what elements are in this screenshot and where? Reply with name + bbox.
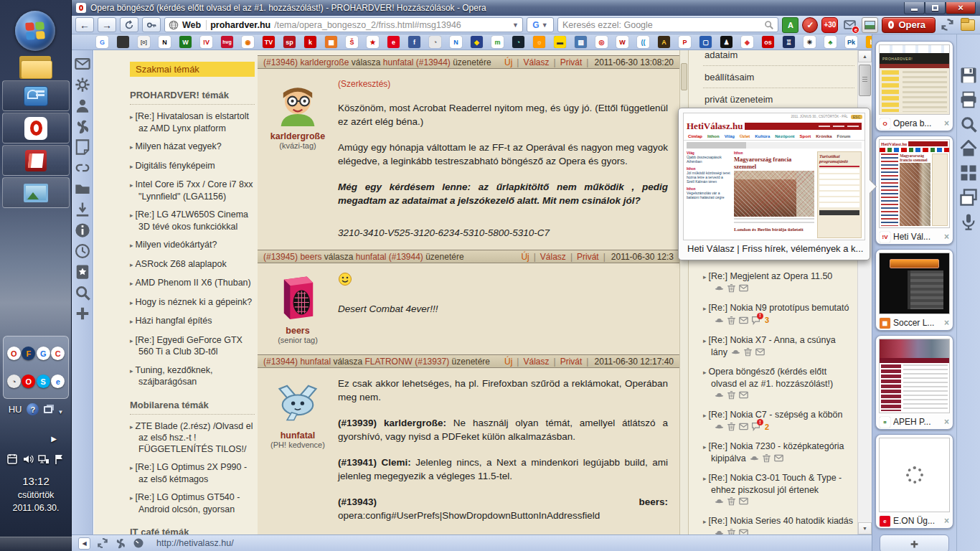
bookmark-favicon[interactable]: ▦	[325, 36, 337, 48]
network-tray-icon[interactable]	[38, 453, 50, 465]
bookmark-favicon[interactable]: ♟	[720, 36, 732, 48]
page-scrollbar-thumb[interactable]	[859, 65, 871, 96]
new-tab-button[interactable]	[880, 534, 949, 551]
avatar[interactable]	[258, 377, 338, 428]
help-tray-icon[interactable]: ?	[27, 403, 39, 415]
tab-soccer[interactable]: ▦Soccer L...	[875, 249, 953, 331]
topic-action-icons[interactable]	[731, 347, 765, 357]
sidebar-topic-link[interactable]: ▸[Re:] Nokia C7 - szépség a köbön!2	[703, 409, 854, 433]
internet-explorer-tray-icon[interactable]: e	[51, 375, 65, 388]
topic-action-icons[interactable]	[750, 453, 783, 463]
panel-widgets-icon[interactable]	[75, 77, 90, 93]
sidebar-topic-link[interactable]: ▸[Re:] Nokia X7 - Anna, a csúnya lány	[703, 334, 854, 358]
sidebar-topic-link[interactable]: ▸[Re:] Egyedi GeForce GTX 560 Ti a Club …	[130, 335, 255, 358]
bookmark-favicon[interactable]: sp	[283, 36, 296, 48]
panels-folder-button[interactable]	[959, 18, 976, 32]
sidebar-topic-link[interactable]: ▸[Re:] Nokia Series 40 hatodik kiadás	[703, 515, 854, 534]
bookmark-favicon[interactable]: k	[304, 36, 316, 48]
account-menu-1[interactable]: adataim	[703, 50, 854, 66]
tab-proh[interactable]: PROHARDVER!OOpera b...	[875, 41, 953, 131]
bookmark-favicon[interactable]: TV	[263, 36, 275, 48]
taskbar-clock[interactable]: 13:12 csütörtök 2011.06.30.	[0, 475, 72, 513]
action-center-tray-icon[interactable]	[6, 453, 18, 465]
restore-button[interactable]	[925, 2, 946, 14]
bookmark-favicon[interactable]: W	[179, 36, 192, 48]
bookmark-favicon[interactable]: m	[491, 36, 504, 48]
tab-close-icon[interactable]	[944, 118, 949, 128]
collapse-statusbar-button[interactable]: ◀	[78, 537, 90, 550]
sidebar-topic-link[interactable]: ▸Intel Core i5 7xx / Core i7 8xx "Lynnfi…	[130, 179, 255, 202]
panel-transfers-icon[interactable]	[75, 181, 90, 197]
panel-notes-icon[interactable]	[75, 139, 90, 155]
close-button[interactable]: ×	[946, 2, 976, 14]
bookmark-favicon[interactable]: ▬	[554, 36, 566, 48]
scroll-down-button[interactable]: ▼	[858, 522, 872, 534]
avatar-username[interactable]: beers	[258, 326, 338, 336]
topic-action-icons[interactable]: !2	[715, 421, 769, 433]
wand-password-button[interactable]	[142, 17, 161, 32]
find-button[interactable]	[960, 116, 977, 133]
sidebar-topic-link[interactable]: ▸[Re:] LG Optimus 2X P990 - az első kétm…	[130, 462, 255, 485]
vodafone-tray-icon[interactable]: O	[22, 375, 35, 388]
scroll-up-button[interactable]: ▲	[858, 50, 872, 62]
bookmark-favicon[interactable]: ◔	[512, 36, 524, 48]
bookmark-favicon[interactable]: ◉	[242, 36, 254, 48]
panel-bookmarks-icon[interactable]	[75, 264, 90, 280]
window-titlebar[interactable]: Opera böngésző (kérdés előtt olvasd el a…	[72, 0, 980, 16]
bookmark-favicon[interactable]: [o]	[138, 36, 150, 48]
post-author-link[interactable]: beers	[300, 252, 321, 262]
bookmark-favicon[interactable]: ♖	[783, 36, 795, 48]
windows-button[interactable]	[960, 189, 977, 206]
speed-dial-button[interactable]	[960, 164, 977, 182]
sidebar-topic-link[interactable]: ▸[Re:] Megjelent az Opera 11.50	[703, 270, 854, 294]
sidebar-topic-link[interactable]: ▸[Re:] Hivatalosan is elstartolt az AMD …	[130, 111, 255, 134]
search-engine-selector[interactable]: G▼	[527, 17, 554, 32]
panel-history-icon[interactable]	[75, 243, 90, 259]
sidebar-topic-link[interactable]: ▸[Re:] Nokia 7230 - középkategória kipip…	[703, 441, 854, 464]
sidebar-topic-link[interactable]: ▸[Re:] LG Optimus GT540 - Android olcsón…	[130, 492, 255, 515]
bookmark-favicon[interactable]: ((	[637, 36, 649, 48]
reload-button[interactable]	[120, 17, 138, 32]
posts-scrollbar-thumb[interactable]	[681, 63, 687, 90]
window-tray-icon[interactable]	[44, 406, 52, 413]
action-new[interactable]: Új	[504, 357, 512, 367]
bookmark-favicon[interactable]: A	[658, 36, 670, 48]
tab-close-icon[interactable]	[944, 232, 949, 242]
post-author-link[interactable]: karldergroße	[300, 57, 349, 67]
sidebar-topic-link[interactable]: ▸AMD Phenom II X6 (Thuban)	[130, 278, 255, 290]
turbo-gauge-icon[interactable]	[133, 537, 144, 549]
action-private[interactable]: Privát	[560, 357, 583, 367]
sidebar-topic-link[interactable]: ▸[Re:] Nokia N9 prototípus bemutató!3	[703, 302, 854, 326]
bookmark-favicon[interactable]: !V	[200, 36, 212, 48]
bookmark-favicon[interactable]: W	[616, 36, 628, 48]
panel-downloads-icon[interactable]	[75, 202, 90, 217]
panel-contacts-icon[interactable]	[75, 98, 90, 113]
show-hidden-icons-button[interactable]: ▶	[51, 435, 57, 443]
topic-action-icons[interactable]	[715, 283, 748, 293]
bookmark-favicon[interactable]: ✳	[804, 36, 816, 48]
bookmark-favicon[interactable]: Š	[346, 36, 358, 48]
bookmark-favicon[interactable]: ☼	[533, 36, 545, 48]
action-reply[interactable]: Válasz	[523, 57, 549, 67]
unread-bubble-icon[interactable]: !	[751, 316, 760, 325]
skype-tray-icon[interactable]: S	[37, 375, 50, 388]
replied-user-link[interactable]: FLATRONW	[364, 357, 412, 367]
google-earth-tray-icon[interactable]: G	[37, 347, 50, 360]
sidebar-topic-link[interactable]: ▸Hogy is néznek ki a gépeink?	[130, 297, 255, 309]
avatar-username[interactable]: hunfatal	[258, 430, 338, 441]
panel-add-panels-icon[interactable]	[75, 306, 90, 321]
bookmark-favicon[interactable]: ▢	[699, 36, 712, 48]
account-menu-2[interactable]: beállításaim	[703, 66, 854, 88]
forward-button[interactable]: →	[98, 17, 116, 32]
opera-tray-icon[interactable]: O	[7, 347, 21, 360]
sidebar-topic-link[interactable]: ▸ZTE Blade (2.rész) /Olvasd el az első h…	[130, 421, 255, 456]
bookmark-favicon[interactable]: ▤	[575, 36, 587, 48]
avatar[interactable]	[258, 77, 338, 129]
print-button[interactable]	[960, 91, 977, 108]
action-private[interactable]: Privát	[560, 57, 583, 67]
action-reply[interactable]: Válasz	[540, 252, 566, 262]
translate-extension-button[interactable]: A	[782, 17, 798, 33]
counter-extension-button[interactable]: +30	[821, 17, 838, 33]
action-new[interactable]: Új	[504, 57, 512, 67]
show-desktop-button[interactable]	[0, 537, 72, 551]
